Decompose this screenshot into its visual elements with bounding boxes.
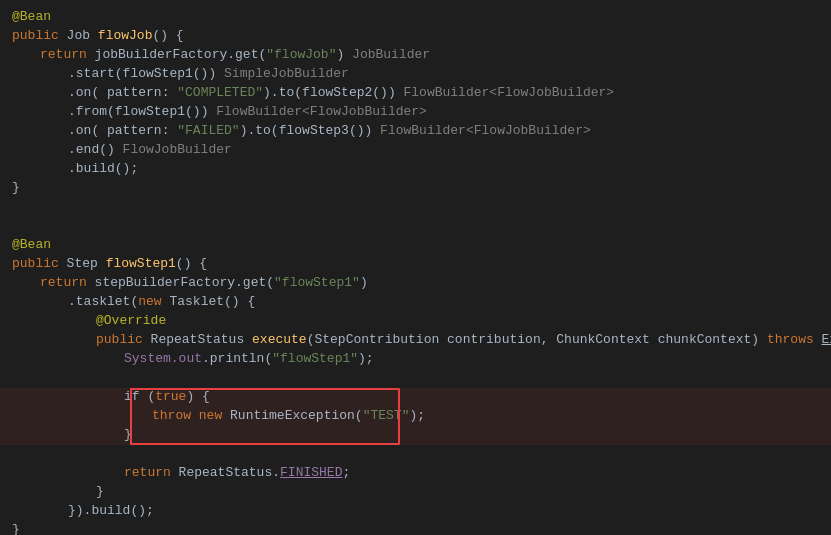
code-tokens: .build(); (64, 160, 138, 179)
code-editor: @Beanpublic Job flowJob() {return jobBui… (0, 0, 831, 535)
code-tokens: .on( pattern: "FAILED").to(flowStep3()) … (64, 122, 591, 141)
code-line: return RepeatStatus.FINISHED; (0, 464, 831, 483)
code-line: .on( pattern: "COMPLETED").to(flowStep2(… (0, 84, 831, 103)
code-tokens: @Bean (8, 236, 51, 255)
code-line: if (true) { (0, 388, 831, 407)
code-tokens: } (8, 179, 20, 198)
code-line (0, 369, 831, 388)
code-line: .tasklet(new Tasklet() { (0, 293, 831, 312)
code-tokens: throw new RuntimeException("TEST"); (148, 407, 425, 426)
code-line: public Job flowJob() { (0, 27, 831, 46)
code-tokens: public Job flowJob() { (8, 27, 184, 46)
code-line: } (0, 426, 831, 445)
code-line: .end() FlowJobBuilder (0, 141, 831, 160)
code-line: throw new RuntimeException("TEST"); (0, 407, 831, 426)
code-tokens: .tasklet(new Tasklet() { (64, 293, 255, 312)
code-line: @Override (0, 312, 831, 331)
code-line: @Bean (0, 236, 831, 255)
code-line: .on( pattern: "FAILED").to(flowStep3()) … (0, 122, 831, 141)
code-line: return stepBuilderFactory.get("flowStep1… (0, 274, 831, 293)
code-tokens: }).build(); (64, 502, 154, 521)
code-line (0, 445, 831, 464)
code-line: public Step flowStep1() { (0, 255, 831, 274)
code-tokens: .from(flowStep1()) FlowBuilder<FlowJobBu… (64, 103, 427, 122)
code-line: .from(flowStep1()) FlowBuilder<FlowJobBu… (0, 103, 831, 122)
code-line: return jobBuilderFactory.get("flowJob") … (0, 46, 831, 65)
code-line: .start(flowStep1()) SimpleJobBuilder (0, 65, 831, 84)
code-tokens: return jobBuilderFactory.get("flowJob") … (36, 46, 430, 65)
code-tokens: return RepeatStatus.FINISHED; (120, 464, 350, 483)
code-tokens: @Override (92, 312, 166, 331)
code-line: }).build(); (0, 502, 831, 521)
code-line: .build(); (0, 160, 831, 179)
code-tokens: } (120, 426, 132, 445)
code-line: } (0, 521, 831, 535)
code-tokens: if (true) { (120, 388, 210, 407)
code-tokens: public Step flowStep1() { (8, 255, 207, 274)
code-tokens: .start(flowStep1()) SimpleJobBuilder (64, 65, 349, 84)
code-line (0, 217, 831, 236)
code-tokens: } (8, 521, 20, 535)
code-tokens: .end() FlowJobBuilder (64, 141, 232, 160)
code-line: public RepeatStatus execute(StepContribu… (0, 331, 831, 350)
code-line (0, 198, 831, 217)
code-tokens: .on( pattern: "COMPLETED").to(flowStep2(… (64, 84, 614, 103)
code-tokens: System.out.println("flowStep1"); (120, 350, 374, 369)
code-line: } (0, 483, 831, 502)
code-tokens: return stepBuilderFactory.get("flowStep1… (36, 274, 368, 293)
code-tokens: } (92, 483, 104, 502)
code-line: } (0, 179, 831, 198)
code-tokens: public RepeatStatus execute(StepContribu… (92, 331, 831, 350)
code-line: @Bean (0, 8, 831, 27)
code-tokens: @Bean (8, 8, 51, 27)
code-line: System.out.println("flowStep1"); (0, 350, 831, 369)
